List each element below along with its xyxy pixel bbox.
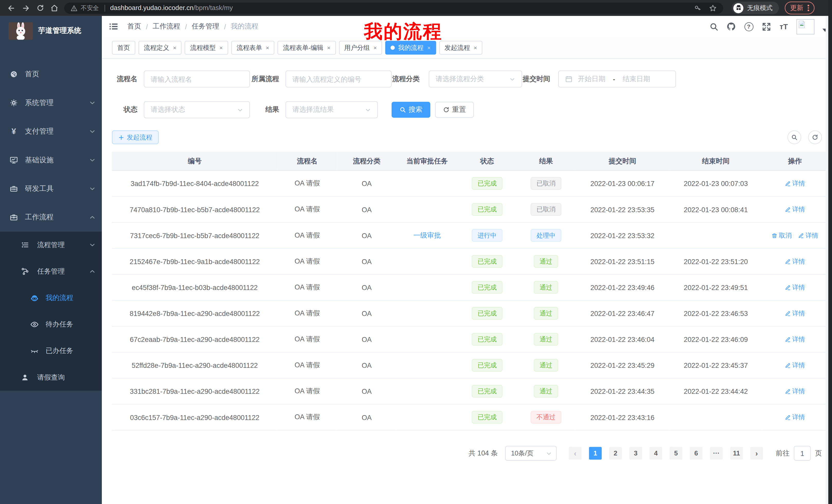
home-icon[interactable] <box>47 2 62 15</box>
tab-流程表单[interactable]: 流程表单× <box>231 41 275 55</box>
table-row: 331bc281-7b9a-11ec-a290-acde48001122OA 请… <box>112 378 827 404</box>
table-header: 编号流程名流程分类当前审批任务状态结果提交时间结束时间操作 <box>112 151 827 170</box>
page-size-select[interactable]: 10条/页 <box>505 446 557 461</box>
sidebar-item-my-process[interactable]: 我的流程 <box>0 285 102 311</box>
filter-daterange[interactable]: 开始日期 - 结束日期 <box>558 71 676 87</box>
help-icon[interactable]: ? <box>744 22 753 31</box>
tab-label: 流程模型 <box>190 43 216 52</box>
cell-name: OA 请假 <box>278 352 337 378</box>
page-button-6[interactable]: 6 <box>690 447 703 460</box>
show-search-button[interactable] <box>787 131 801 144</box>
fullscreen-icon[interactable] <box>761 22 771 31</box>
hamburger-icon[interactable] <box>109 22 118 31</box>
reset-button[interactable]: 重置 <box>435 102 474 118</box>
sidebar-item-process-mgmt[interactable]: 流程管理 <box>0 232 102 258</box>
close-tab-icon[interactable]: × <box>427 45 431 51</box>
detail-button[interactable]: 详情 <box>785 257 805 266</box>
prev-page-button[interactable]: ‹ <box>569 447 581 460</box>
cell-end-time: 2022-01-22 23:45:37 <box>669 352 762 378</box>
close-tab-icon[interactable]: × <box>173 45 176 51</box>
page-button-5[interactable]: 5 <box>670 447 682 460</box>
breadcrumb-task-mgmt[interactable]: 任务管理 <box>192 22 219 31</box>
update-button[interactable]: 更新 <box>785 2 814 15</box>
tab-流程定义[interactable]: 流程定义× <box>138 41 182 55</box>
detail-button[interactable]: 详情 <box>785 361 805 370</box>
detail-button[interactable]: 详情 <box>785 387 805 396</box>
sidebar-item-todo-task[interactable]: 待办任务 <box>0 311 102 338</box>
sidebar-item-system[interactable]: 系统管理 <box>0 89 102 117</box>
filter-result-select[interactable]: 请选择流结果 <box>285 101 378 118</box>
incognito-badge: 无痕模式 <box>732 2 779 15</box>
cell-task <box>396 378 458 404</box>
filter-name-input[interactable] <box>144 71 250 87</box>
sidebar-item-infrastructure[interactable]: 基础设施 <box>0 146 102 174</box>
filter-definition-input[interactable] <box>285 71 392 87</box>
page-button-11[interactable]: 11 <box>730 447 743 460</box>
detail-button[interactable]: 详情 <box>785 283 805 292</box>
breadcrumb-home[interactable]: 首页 <box>127 22 141 31</box>
back-icon[interactable] <box>4 2 19 15</box>
sidebar-item-workflow[interactable]: 工作流程 <box>0 203 102 231</box>
cancel-button[interactable]: 取消 <box>772 231 791 240</box>
search-icon[interactable] <box>709 22 718 31</box>
sidebar-item-home[interactable]: 首页 <box>0 60 102 88</box>
detail-button[interactable]: 详情 <box>785 335 805 344</box>
tab-首页[interactable]: 首页 <box>112 41 135 55</box>
detail-button[interactable]: 详情 <box>785 309 805 318</box>
filter-category-select[interactable]: 请选择流程分类 <box>429 71 522 87</box>
sidebar-item-devtools[interactable]: 研发工具 <box>0 174 102 203</box>
chevron-down-icon <box>509 76 515 82</box>
next-page-button[interactable]: › <box>750 447 763 460</box>
refresh-table-button[interactable] <box>808 131 822 144</box>
close-tab-icon[interactable]: × <box>373 45 377 51</box>
tab-流程模型[interactable]: 流程模型× <box>185 41 228 55</box>
key-icon[interactable] <box>694 4 701 12</box>
cell-actions: 详情 <box>762 197 827 222</box>
page-button-4[interactable]: 4 <box>649 447 662 460</box>
scrollbar-track[interactable] <box>826 16 828 504</box>
daterange-separator: - <box>613 75 615 83</box>
table-row: 67c2eaab-7b9a-11ec-a290-acde48001122OA 请… <box>112 326 827 352</box>
task-link[interactable]: 一级审批 <box>413 231 441 239</box>
page-button-1[interactable]: 1 <box>589 447 602 460</box>
browser-menu-icon[interactable] <box>808 5 809 11</box>
github-icon[interactable] <box>726 22 736 31</box>
logo-row[interactable]: 芋道管理系统 <box>0 16 102 46</box>
edit-icon <box>785 414 790 420</box>
star-icon[interactable] <box>709 4 717 12</box>
detail-button[interactable]: 详情 <box>785 179 805 188</box>
cell-name: OA 请假 <box>278 248 337 274</box>
search-button[interactable]: 搜索 <box>392 102 431 118</box>
close-tab-icon[interactable]: × <box>327 45 330 51</box>
sidebar-item-task-mgmt[interactable]: 任务管理 <box>0 258 102 285</box>
page-button-3[interactable]: 3 <box>629 447 642 460</box>
forward-icon[interactable] <box>19 2 33 15</box>
sidebar-item-leave-query[interactable]: 请假查询 <box>0 364 102 391</box>
url-divider <box>104 5 105 11</box>
filter-status-label: 状态 <box>112 105 144 115</box>
page-button-2[interactable]: 2 <box>609 447 622 460</box>
more-pages-button[interactable]: ··· <box>710 447 723 460</box>
cell-submit-time: 2022-01-22 23:53:32 <box>576 222 669 248</box>
detail-button[interactable]: 详情 <box>798 231 818 240</box>
pagination-jump: 前往 页 <box>776 446 822 461</box>
sidebar-item-done-task[interactable]: 已办任务 <box>0 338 102 364</box>
filter-status-select[interactable]: 请选择状态 <box>144 101 250 118</box>
detail-button[interactable]: 详情 <box>785 205 805 214</box>
result-badge: 通过 <box>534 385 558 398</box>
jump-page-input[interactable] <box>794 446 811 461</box>
create-process-button[interactable]: 发起流程 <box>112 131 159 144</box>
close-tab-icon[interactable]: × <box>266 45 269 51</box>
tab-流程表单-编辑[interactable]: 流程表单-编辑× <box>278 41 336 55</box>
reload-icon[interactable] <box>33 2 47 15</box>
close-tab-icon[interactable]: × <box>219 45 223 51</box>
sidebar-item-payment[interactable]: ¥支付管理 <box>0 117 102 146</box>
detail-button[interactable]: 详情 <box>785 413 805 422</box>
tab-发起流程[interactable]: 发起流程× <box>439 41 482 55</box>
column-header: 状态 <box>458 151 516 170</box>
font-size-icon[interactable]: тT <box>779 22 788 31</box>
url-bar[interactable]: 不安全 dashboard.yudao.iocoder.cn/bpm/task/… <box>64 2 723 13</box>
close-tab-icon[interactable]: × <box>474 45 477 51</box>
breadcrumb-workflow[interactable]: 工作流程 <box>153 22 180 31</box>
avatar[interactable] <box>797 19 814 34</box>
